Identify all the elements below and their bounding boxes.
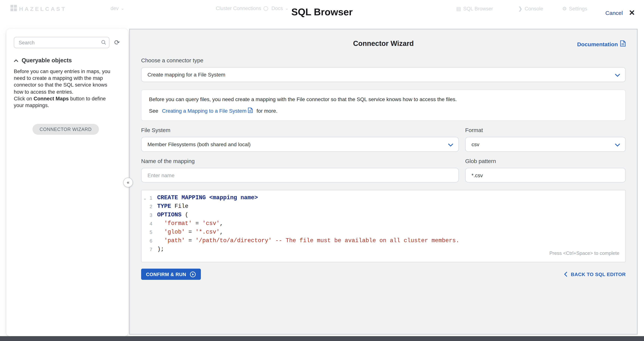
line-number: ⌄1	[142, 194, 157, 202]
connect-maps-emphasis: Connect Maps	[34, 96, 69, 101]
file-connector-info-box: Before you can query files, you need cre…	[141, 89, 626, 121]
chevron-down-icon	[615, 143, 620, 147]
mapping-name-input[interactable]	[141, 168, 459, 182]
glob-pattern-input[interactable]	[465, 168, 626, 182]
sql-editor-lines: ⌄1CREATE MAPPING <mapping name>2TYPE Fil…	[142, 194, 625, 254]
sidebar-description-1: Before you can query entries in maps, yo…	[14, 68, 117, 95]
code-line: 6 'path' = '/path/to/a/directory' -- The…	[142, 237, 625, 245]
connector-type-value: Create mapping for a File System	[148, 72, 225, 78]
format-select[interactable]: csv	[465, 137, 626, 152]
line-number: 7	[142, 245, 157, 254]
glob-pattern-label: Glob pattern	[465, 158, 626, 164]
cancel-button[interactable]: Cancel	[605, 9, 623, 16]
sidebar-collapse-button[interactable]: «	[123, 178, 133, 187]
inputs-label-row: Name of the mapping Glob pattern	[141, 152, 626, 164]
info-line-1: Before you can query files, you need cre…	[149, 96, 618, 102]
selects-label-row: File System Format	[141, 121, 626, 133]
inputs-row	[141, 168, 626, 182]
code-text: TYPE File	[157, 202, 188, 211]
search-box	[14, 37, 110, 48]
mapping-name-field-wrap	[141, 168, 459, 182]
code-line: 5 'glob' = '*.csv',	[142, 228, 625, 237]
mapping-docs-link[interactable]: Creating a Mapping to a File System	[162, 107, 253, 114]
collapse-left-icon: «	[127, 180, 129, 185]
glob-pattern-field-wrap	[465, 168, 626, 182]
connector-wizard-panel: Connector Wizard Documentation Choose a …	[129, 29, 638, 335]
close-icon[interactable]: ✕	[629, 9, 635, 16]
code-line: ⌄1CREATE MAPPING <mapping name>	[142, 194, 625, 202]
cancel-group: Cancel ✕	[605, 9, 635, 16]
file-system-value: Member Filesystems (both shared and loca…	[148, 141, 250, 147]
sidebar-description-2: Click on Connect Maps button to define y…	[14, 95, 117, 109]
section-title: Queryable objects	[22, 57, 72, 64]
code-text: 'path' = '/path/to/a/directory' -- The f…	[157, 237, 460, 245]
fold-chevron-icon[interactable]: ⌄	[143, 194, 146, 203]
connector-wizard-button[interactable]: CONNECTOR WIZARD	[32, 124, 99, 135]
documentation-link[interactable]: Documentation	[577, 40, 626, 48]
code-text: OPTIONS (	[157, 211, 188, 219]
document-icon	[620, 40, 626, 48]
code-text: CREATE MAPPING <mapping name>	[157, 194, 258, 202]
sql-browser-modal: HAZELCAST dev ⌄ Cluster Connections Docs…	[0, 0, 644, 341]
page-title: SQL Browser	[0, 6, 644, 18]
line-number: 4	[142, 219, 157, 228]
queryable-objects-sidebar: ⟳ Queryable objects Before you can query…	[6, 29, 128, 336]
queryable-objects-header[interactable]: Queryable objects	[14, 57, 120, 64]
format-label: Format	[465, 127, 626, 133]
wizard-actions: CONFIRM & RUN BACK TO SQL EDITOR	[141, 269, 626, 280]
file-system-select[interactable]: Member Filesystems (both shared and loca…	[141, 137, 459, 152]
code-text: 'format' = 'csv',	[157, 219, 223, 228]
connector-type-label: Choose a connector type	[141, 57, 626, 63]
mapping-name-label: Name of the mapping	[141, 158, 459, 164]
autocomplete-hint: Press <Ctrl+Space> to complete	[549, 250, 619, 256]
document-icon	[248, 107, 253, 114]
code-text: );	[157, 245, 164, 254]
wizard-title: Connector Wizard	[141, 38, 626, 48]
code-line: 2TYPE File	[142, 202, 625, 211]
search-input[interactable]	[14, 37, 110, 48]
search-icon[interactable]	[101, 39, 106, 45]
chevron-left-icon	[564, 272, 568, 277]
sql-editor[interactable]: ⌄1CREATE MAPPING <mapping name>2TYPE Fil…	[141, 190, 626, 262]
line-number: 3	[142, 211, 157, 219]
back-to-sql-editor-link[interactable]: BACK TO SQL EDITOR	[564, 271, 626, 277]
code-text: 'glob' = '*.csv',	[157, 228, 223, 237]
confirm-and-run-button[interactable]: CONFIRM & RUN	[141, 269, 201, 280]
play-circle-icon	[190, 271, 196, 277]
background-status-bar	[0, 336, 644, 341]
chevron-up-icon	[14, 57, 18, 64]
code-line: 4 'format' = 'csv',	[142, 219, 625, 228]
selects-row: Member Filesystems (both shared and loca…	[141, 137, 626, 152]
wizard-header: Connector Wizard Documentation	[141, 38, 626, 51]
refresh-icon[interactable]: ⟳	[114, 39, 120, 46]
file-system-label: File System	[141, 127, 459, 133]
line-number: 5	[142, 228, 157, 237]
chevron-down-icon	[615, 73, 620, 77]
format-value: csv	[472, 141, 479, 147]
chevron-down-icon	[448, 143, 453, 147]
code-line: 3OPTIONS (	[142, 211, 625, 219]
info-line-2: See Creating a Mapping to a File System …	[149, 107, 618, 114]
line-number: 2	[142, 202, 157, 211]
line-number: 6	[142, 237, 157, 245]
sidebar-search-row: ⟳	[14, 37, 120, 48]
connector-type-select[interactable]: Create mapping for a File System	[141, 67, 626, 82]
